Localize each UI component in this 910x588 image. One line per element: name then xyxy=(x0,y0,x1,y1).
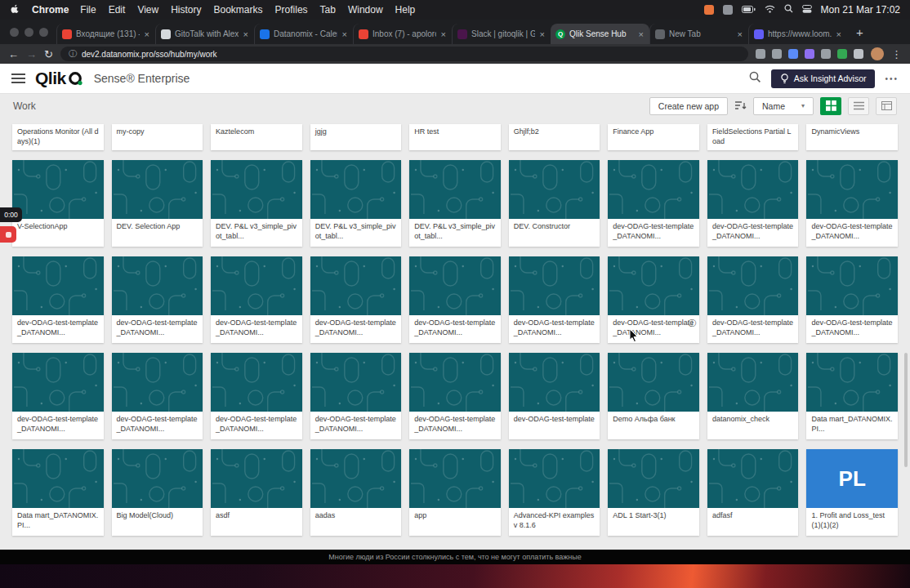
extension-purple-icon[interactable] xyxy=(805,49,814,59)
forward-icon[interactable]: → xyxy=(26,49,37,60)
sort-icon[interactable] xyxy=(734,99,747,114)
menubar-item-tab[interactable]: Tab xyxy=(320,4,336,16)
menubar-item-window[interactable]: Window xyxy=(348,4,383,16)
back-icon[interactable]: ← xyxy=(8,49,19,60)
app-card[interactable]: dev-ODAG-test-template_DATANOMI... xyxy=(608,160,699,247)
app-card[interactable]: DynamicViews xyxy=(806,124,898,150)
menubar-item-history[interactable]: History xyxy=(171,4,201,16)
app-card[interactable]: Operations Monitor (All days)(1) xyxy=(12,124,104,150)
tab-close-icon[interactable]: × xyxy=(737,29,743,39)
app-card[interactable]: dev-ODAG-test-template_DATANOMI... xyxy=(806,256,898,343)
extension-green-icon[interactable] xyxy=(837,49,847,59)
app-card[interactable]: dev-ODAG-test-template_DATANOMI... xyxy=(211,353,302,439)
app-card[interactable]: Kaztelecom xyxy=(211,124,302,150)
app-card[interactable]: Big Model(Cloud) xyxy=(112,449,203,536)
menubar-item-edit[interactable]: Edit xyxy=(109,4,126,16)
app-card[interactable]: dev-ODAG-test-template_DATANOMI... xyxy=(310,353,402,439)
app-card[interactable]: dev-ODAG-test-template_DATANOMI... xyxy=(707,160,799,247)
app-card[interactable]: dev-ODAG-test-template xyxy=(509,353,600,439)
app-card[interactable]: Finance App xyxy=(608,124,699,150)
app-card[interactable]: dev-ODAG-test-template_DATANOMI... xyxy=(12,353,104,439)
app-card[interactable]: dev-ODAG-test-template_DATANOMI... xyxy=(409,256,501,343)
camera-icon[interactable] xyxy=(821,49,831,59)
app-card[interactable]: dev-ODAG-test-template_DATANOMI... xyxy=(12,256,104,343)
sort-dropdown[interactable]: Name ▾ xyxy=(753,97,814,115)
tab-close-icon[interactable]: × xyxy=(539,29,546,39)
app-card[interactable]: PL1. Profit and Loss_test(1)(1)(2) xyxy=(806,449,898,536)
browser-tab[interactable]: Inbox (7) - apoloroto...× xyxy=(353,24,452,44)
app-card[interactable]: DEV. P&L v3_simple_pivot_tabl... xyxy=(310,160,402,247)
browser-tab[interactable]: Datanomix - Calend...× xyxy=(254,24,353,44)
minimize-window-icon[interactable] xyxy=(25,28,33,37)
menubar-app-name[interactable]: Chrome xyxy=(32,4,69,16)
app-card[interactable]: V-SelectionApp xyxy=(12,160,104,247)
browser-tab[interactable]: New Tab× xyxy=(649,24,748,44)
app-card[interactable]: dev-ODAG-test-template_DATANOMI... xyxy=(211,256,302,343)
app-card[interactable]: Data mart_DATANOMIX.PI... xyxy=(12,449,104,536)
qlik-logo[interactable]: Qlik xyxy=(35,69,84,88)
app-card[interactable]: ADL 1 Start-3(1) xyxy=(608,449,699,536)
browser-menu-icon[interactable]: ⋮ xyxy=(891,48,902,60)
wifi-icon[interactable] xyxy=(765,4,775,16)
app-card[interactable]: dev-ODAG-test-template_DATANOMI... xyxy=(310,256,402,343)
app-card[interactable]: Advanced-KPI examples v 8.1.6 xyxy=(509,449,600,536)
app-card[interactable]: app xyxy=(409,449,501,536)
app-card[interactable]: DEV. P&L v3_simple_pivot_tabl... xyxy=(409,160,501,247)
app-card[interactable]: adfasf xyxy=(707,449,799,536)
menubar-clock[interactable]: Mon 21 Mar 17:02 xyxy=(821,4,900,16)
url-omnibox[interactable]: ⓘ dev2.datanomix.pro/sso/hub/my/work xyxy=(60,47,748,61)
tab-close-icon[interactable]: × xyxy=(243,29,249,39)
info-icon[interactable]: ⓘ xyxy=(688,318,696,329)
create-new-app-button[interactable]: Create new app xyxy=(649,97,728,115)
app-card[interactable]: dev-ODAG-test-template_DATANOMI... xyxy=(707,256,799,343)
app-card[interactable]: Demo Альфа банк xyxy=(608,353,699,439)
apple-menu-icon[interactable] xyxy=(10,2,20,17)
tab-close-icon[interactable]: × xyxy=(836,29,842,39)
extensions-puzzle-icon[interactable] xyxy=(854,49,863,59)
app-card[interactable]: DEV. Selection App xyxy=(112,160,203,247)
menubar-item-profiles[interactable]: Profiles xyxy=(275,4,308,16)
hamburger-menu-icon[interactable] xyxy=(11,74,25,83)
list-view-button[interactable] xyxy=(848,97,869,115)
download-icon[interactable] xyxy=(788,49,798,59)
app-card[interactable]: aadas xyxy=(310,449,402,536)
scrollbar-thumb[interactable] xyxy=(904,353,908,467)
app-card[interactable]: dev-ODAG-test-template_DATANOMI... xyxy=(806,160,898,247)
app-card[interactable]: Data mart_DATANOMIX.PI... xyxy=(806,353,898,439)
site-info-icon[interactable]: ⓘ xyxy=(69,48,77,60)
menubar-item-view[interactable]: View xyxy=(137,4,158,16)
battery-icon[interactable] xyxy=(742,4,756,16)
detail-view-button[interactable] xyxy=(876,97,897,115)
app-card[interactable]: my-copy xyxy=(112,124,203,150)
spotlight-search-icon[interactable] xyxy=(784,4,793,16)
menubar-item-help[interactable]: Help xyxy=(395,4,416,16)
app-card[interactable]: DEV. P&L v3_simple_pivot_tabl... xyxy=(211,160,302,247)
header-more-icon[interactable]: ••• xyxy=(885,74,899,83)
zoom-window-icon[interactable] xyxy=(39,28,48,37)
app-card[interactable]: datanomix_check xyxy=(707,353,799,439)
profile-avatar[interactable] xyxy=(871,47,884,60)
search-icon[interactable] xyxy=(749,71,761,87)
app-status-icon[interactable] xyxy=(723,5,733,15)
app-card[interactable]: FieldSelections Partial Load xyxy=(707,124,799,150)
browser-tab[interactable]: https://www.loom.com× xyxy=(748,24,847,44)
menubar-item-bookmarks[interactable]: Bookmarks xyxy=(214,4,263,16)
screen-record-status-icon[interactable] xyxy=(704,5,714,15)
browser-tab[interactable]: QQlik Sense Hub× xyxy=(551,24,649,44)
ask-insight-advisor-button[interactable]: Ask Insight Advisor xyxy=(771,69,876,88)
share-icon[interactable] xyxy=(756,49,765,59)
window-controls[interactable] xyxy=(5,28,56,37)
menubar-item-file[interactable]: File xyxy=(80,4,96,16)
app-card[interactable]: jgjg xyxy=(310,124,402,150)
tab-close-icon[interactable]: × xyxy=(144,29,150,39)
app-card[interactable]: asdf xyxy=(211,449,302,536)
bookmark-icon[interactable] xyxy=(772,49,782,59)
grid-view-button[interactable] xyxy=(820,97,841,115)
app-card[interactable]: dev-ODAG-test-template_DATANOMI... xyxy=(409,353,501,439)
app-card[interactable]: dev-ODAG-test-template_DATANOMI... xyxy=(509,256,600,343)
close-window-icon[interactable] xyxy=(10,28,19,37)
tab-close-icon[interactable]: × xyxy=(341,29,348,39)
reload-icon[interactable]: ↻ xyxy=(44,49,53,60)
app-card[interactable]: dev-ODAG-test-template_DATANOMI... xyxy=(112,353,203,439)
tab-close-icon[interactable]: × xyxy=(440,29,447,39)
